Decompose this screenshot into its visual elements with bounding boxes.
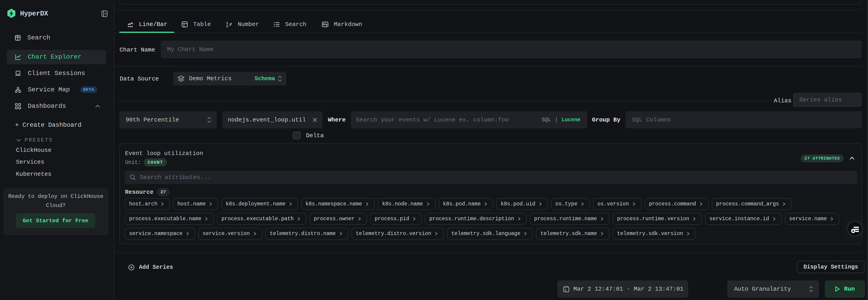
svg-text:2: 2 bbox=[226, 25, 228, 27]
svg-text:1: 1 bbox=[565, 289, 566, 292]
svg-text:3: 3 bbox=[229, 23, 231, 27]
